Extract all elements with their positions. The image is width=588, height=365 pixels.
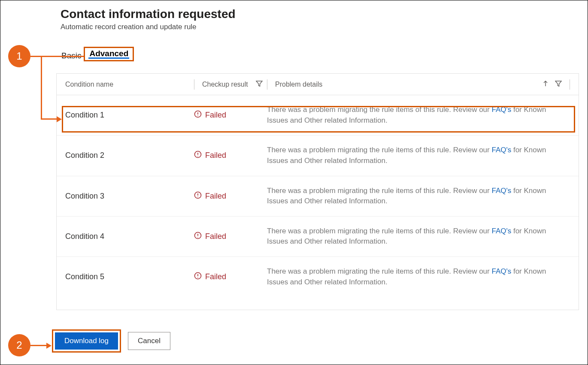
faq-link[interactable]: FAQ's xyxy=(491,146,511,154)
header-separator xyxy=(194,79,194,90)
problem-details-text: There was a problem migrating the rule i… xyxy=(267,105,570,126)
checkup-result: Failed xyxy=(194,151,226,160)
failed-label: Failed xyxy=(205,232,226,241)
svg-point-11 xyxy=(197,237,198,238)
faq-link[interactable]: FAQ's xyxy=(491,267,511,275)
checkup-result: Failed xyxy=(194,232,226,241)
svg-point-8 xyxy=(197,196,198,197)
condition-name: Condition 1 xyxy=(65,111,104,120)
faq-link[interactable]: FAQ's xyxy=(491,187,511,195)
checkup-result: Failed xyxy=(194,191,226,201)
page-subtitle: Automatic record creation and update rul… xyxy=(61,23,588,31)
checkup-result: Failed xyxy=(194,272,226,282)
problem-details-text: There was a problem migrating the rule i… xyxy=(267,266,570,287)
failed-label: Failed xyxy=(205,192,226,201)
table-row[interactable]: Condition 2FailedThere was a problem mig… xyxy=(57,136,579,176)
download-highlight: Download log xyxy=(52,329,121,353)
problem-details-text: There was a problem migrating the rule i… xyxy=(267,226,570,247)
callout-connector xyxy=(41,56,42,119)
header-checkup-result[interactable]: Checkup result xyxy=(202,81,248,88)
condition-name: Condition 2 xyxy=(65,151,104,160)
conditions-grid: Condition name Checkup result Problem de… xyxy=(56,73,579,310)
footer-buttons: Download log Cancel xyxy=(52,329,170,353)
failed-label: Failed xyxy=(205,272,226,281)
condition-name: Condition 4 xyxy=(65,232,104,241)
header-separator xyxy=(570,79,570,90)
error-icon xyxy=(194,110,202,120)
tab-bar: Basic Advanced xyxy=(0,47,588,61)
tab-advanced[interactable]: Advanced xyxy=(84,47,134,61)
table-row[interactable]: Condition 1FailedThere was a problem mig… xyxy=(57,95,579,136)
svg-point-5 xyxy=(197,156,198,157)
header-problem-details[interactable]: Problem details xyxy=(275,81,322,88)
callout-badge-1: 1 xyxy=(8,45,30,67)
cancel-button[interactable]: Cancel xyxy=(128,332,170,350)
faq-link[interactable]: FAQ's xyxy=(491,227,511,235)
error-icon xyxy=(194,151,202,160)
callout-badge-2: 2 xyxy=(8,334,30,356)
faq-link[interactable]: FAQ's xyxy=(491,106,511,114)
sort-icon[interactable] xyxy=(542,80,549,89)
problem-details-text: There was a problem migrating the rule i… xyxy=(267,145,570,166)
table-row[interactable]: Condition 4FailedThere was a problem mig… xyxy=(57,217,579,257)
problem-details-text: There was a problem migrating the rule i… xyxy=(267,186,570,207)
header-condition-name[interactable]: Condition name xyxy=(65,81,113,88)
error-icon xyxy=(194,232,202,241)
download-log-button[interactable]: Download log xyxy=(55,332,118,350)
error-icon xyxy=(194,272,202,282)
callout-connector xyxy=(30,56,84,57)
condition-name: Condition 3 xyxy=(65,192,104,201)
arrow-right-icon xyxy=(46,343,52,349)
checkup-result: Failed xyxy=(194,110,226,120)
callout-connector xyxy=(30,345,47,346)
failed-label: Failed xyxy=(205,151,226,160)
table-row[interactable]: Condition 3FailedThere was a problem mig… xyxy=(57,176,579,217)
arrow-right-icon xyxy=(57,116,62,122)
svg-point-2 xyxy=(197,115,198,116)
grid-header: Condition name Checkup result Problem de… xyxy=(57,74,579,95)
condition-name: Condition 5 xyxy=(65,272,104,281)
filter-icon[interactable] xyxy=(256,80,263,89)
filter-icon[interactable] xyxy=(555,80,562,89)
table-row[interactable]: Condition 5FailedThere was a problem mig… xyxy=(57,257,579,297)
callout-connector xyxy=(41,118,57,120)
error-icon xyxy=(194,191,202,201)
header-separator xyxy=(267,79,267,90)
page-title: Contact information requested xyxy=(61,7,588,21)
failed-label: Failed xyxy=(205,111,226,120)
svg-point-14 xyxy=(197,277,198,278)
